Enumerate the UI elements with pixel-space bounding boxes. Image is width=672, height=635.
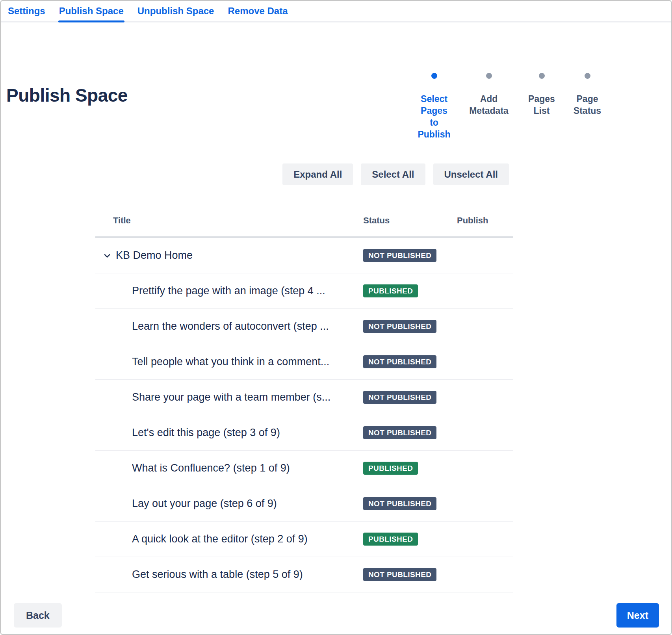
- row-status-cell: NOT PUBLISHED: [363, 355, 457, 368]
- table-row: Prettify the page with an image (step 4 …: [95, 273, 513, 309]
- page-title-text: Learn the wonders of autoconvert (step .…: [132, 320, 329, 332]
- row-status-cell: NOT PUBLISHED: [363, 568, 457, 581]
- table-row: Let's edit this page (step 3 of 9) NOT P…: [95, 415, 513, 451]
- row-status-cell: NOT PUBLISHED: [363, 391, 457, 404]
- back-button[interactable]: Back: [14, 603, 62, 628]
- wizard-footer: Back Next: [14, 603, 659, 628]
- main-content: Expand All Select All Unselect All Title…: [95, 163, 513, 592]
- table-row: KB Demo Home NOT PUBLISHED: [95, 238, 513, 273]
- column-header-status: Status: [363, 215, 457, 226]
- tab-settings[interactable]: Settings: [7, 1, 46, 21]
- tab-unpublish-space[interactable]: Unpublish Space: [137, 1, 215, 21]
- step-label: Page Status: [571, 93, 603, 117]
- status-badge: NOT PUBLISHED: [363, 355, 436, 368]
- tab-remove-data[interactable]: Remove Data: [227, 1, 288, 21]
- page-title-text: Tell people what you think in a comment.…: [132, 356, 329, 368]
- status-badge: NOT PUBLISHED: [363, 320, 436, 333]
- step-label: Add Metadata: [466, 93, 512, 117]
- row-title-cell: Tell people what you think in a comment.…: [95, 356, 363, 368]
- row-status-cell: PUBLISHED: [363, 462, 457, 475]
- page-header: Publish Space Select Pages to Publish Ad…: [1, 22, 671, 123]
- step-pages-list: Pages List: [525, 73, 558, 117]
- row-status-cell: PUBLISHED: [363, 284, 457, 297]
- table-row: Tell people what you think in a comment.…: [95, 344, 513, 380]
- publish-space-window: Settings Publish Space Unpublish Space R…: [0, 0, 672, 635]
- table-row: Lay out your page (step 6 of 9) NOT PUBL…: [95, 486, 513, 522]
- column-header-title: Title: [95, 215, 363, 226]
- row-title-cell: KB Demo Home: [95, 249, 363, 262]
- page-title-text: Let's edit this page (step 3 of 9): [132, 427, 280, 439]
- tab-bar: Settings Publish Space Unpublish Space R…: [1, 1, 671, 22]
- row-title-cell: Share your page with a team member (s...: [95, 391, 363, 403]
- unselect-all-button[interactable]: Unselect All: [433, 163, 509, 185]
- table-body: KB Demo Home NOT PUBLISHED Prettify the …: [95, 238, 513, 592]
- table-row: Learn the wonders of autoconvert (step .…: [95, 309, 513, 344]
- step-dot-icon: [486, 73, 492, 79]
- status-badge: NOT PUBLISHED: [363, 568, 436, 581]
- page-title-text: A quick look at the editor (step 2 of 9): [132, 533, 308, 545]
- step-add-metadata: Add Metadata: [466, 73, 512, 117]
- column-header-publish: Publish: [457, 215, 513, 226]
- status-badge: NOT PUBLISHED: [363, 426, 436, 439]
- expand-all-button[interactable]: Expand All: [282, 163, 353, 185]
- next-button[interactable]: Next: [616, 603, 659, 628]
- table-row: Share your page with a team member (s...…: [95, 380, 513, 415]
- row-title-cell: A quick look at the editor (step 2 of 9): [95, 533, 363, 545]
- row-status-cell: NOT PUBLISHED: [363, 320, 457, 333]
- status-badge: NOT PUBLISHED: [363, 249, 436, 262]
- step-label: Pages List: [525, 93, 558, 117]
- select-all-button[interactable]: Select All: [361, 163, 425, 185]
- step-label: Select Pages to Publish: [416, 93, 452, 140]
- page-title-text: Prettify the page with an image (step 4 …: [132, 285, 325, 297]
- row-title-cell: Let's edit this page (step 3 of 9): [95, 427, 363, 439]
- table-header-row: Title Status Publish: [95, 215, 513, 238]
- chevron-down-icon[interactable]: [102, 251, 112, 260]
- step-page-status: Page Status: [571, 73, 603, 117]
- row-status-cell: NOT PUBLISHED: [363, 249, 457, 262]
- step-dot-icon: [539, 73, 545, 79]
- row-status-cell: PUBLISHED: [363, 533, 457, 546]
- table-row: Get serious with a table (step 5 of 9) N…: [95, 557, 513, 592]
- page-title-text: What is Confluence? (step 1 of 9): [132, 462, 290, 474]
- step-dot-icon: [585, 73, 590, 79]
- status-badge: PUBLISHED: [363, 533, 418, 546]
- tree-toolbar: Expand All Select All Unselect All: [95, 163, 513, 185]
- status-badge: PUBLISHED: [363, 462, 418, 475]
- page-title-text: Lay out your page (step 6 of 9): [132, 498, 277, 510]
- status-badge: NOT PUBLISHED: [363, 497, 436, 510]
- row-title-cell: What is Confluence? (step 1 of 9): [95, 462, 363, 474]
- table-row: A quick look at the editor (step 2 of 9)…: [95, 522, 513, 557]
- page-title-text: Share your page with a team member (s...: [132, 391, 330, 403]
- table-row: What is Confluence? (step 1 of 9) PUBLIS…: [95, 451, 513, 486]
- step-dot-icon: [431, 73, 437, 79]
- row-status-cell: NOT PUBLISHED: [363, 497, 457, 510]
- row-title-cell: Prettify the page with an image (step 4 …: [95, 285, 363, 297]
- row-title-cell: Lay out your page (step 6 of 9): [95, 498, 363, 510]
- status-badge: PUBLISHED: [363, 284, 418, 297]
- step-select-pages: Select Pages to Publish: [416, 73, 452, 140]
- row-title-cell: Learn the wonders of autoconvert (step .…: [95, 320, 363, 332]
- wizard-stepper: Select Pages to Publish Add Metadata Pag…: [416, 73, 603, 140]
- page-title: Publish Space: [6, 85, 128, 105]
- status-badge: NOT PUBLISHED: [363, 391, 436, 404]
- page-title-text: KB Demo Home: [116, 249, 193, 262]
- tab-publish-space[interactable]: Publish Space: [58, 1, 124, 21]
- row-status-cell: NOT PUBLISHED: [363, 426, 457, 439]
- page-title-text: Get serious with a table (step 5 of 9): [132, 568, 303, 581]
- row-title-cell: Get serious with a table (step 5 of 9): [95, 568, 363, 581]
